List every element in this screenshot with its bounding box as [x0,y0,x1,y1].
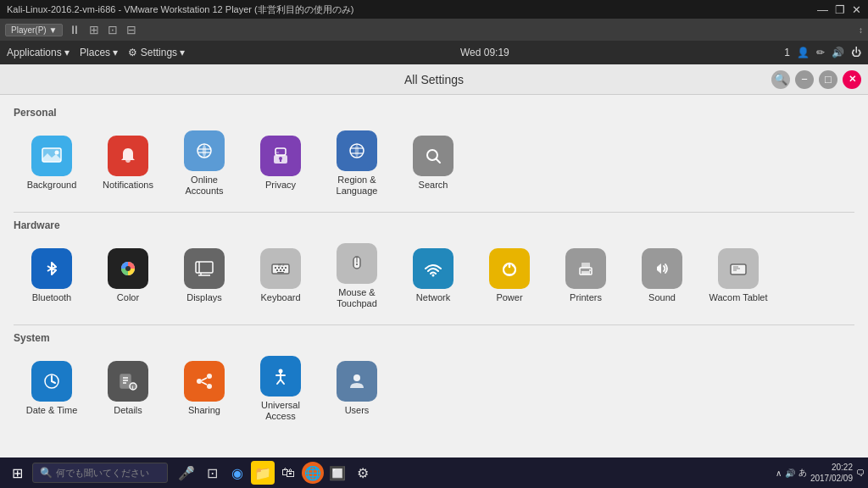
vm-icon-2[interactable]: ⊡ [105,23,120,36]
settings-search-button[interactable]: 🔍 [771,70,790,89]
sound-label: Sound [648,292,676,303]
online-accounts-item[interactable]: Online Accounts [166,125,242,202]
tray-chevron[interactable]: ∧ [776,469,782,478]
datetime-label: Date & Time [26,405,78,416]
printers-item[interactable]: Printers [548,238,624,314]
mouse-touchpad-item[interactable]: Mouse & Touchpad [319,238,395,314]
svg-point-57 [207,374,212,379]
svg-line-60 [202,378,207,380]
region-language-label: Region & Language [324,175,390,197]
minimize-button[interactable]: — [817,3,828,16]
settings-close-button[interactable]: ✕ [843,70,861,89]
bluetooth-item[interactable]: Bluetooth [14,238,90,314]
bluetooth-label: Bluetooth [32,292,71,303]
wacom-icon-box [718,248,759,289]
power-item[interactable]: Power [471,238,548,314]
taskbar-app2-icon[interactable]: ⚙ [351,461,375,485]
network-icon-box [413,248,453,289]
settings-menu[interactable]: ⚙ Settings ▾ [128,47,185,58]
volume-icon[interactable]: 🔊 [832,47,844,58]
privacy-icon [260,136,301,176]
details-item[interactable]: i Details [90,351,166,427]
users-item[interactable]: Users [319,351,395,427]
color-item[interactable]: Color [90,238,166,314]
notifications-icon [108,136,148,176]
pen-icon[interactable]: ✏ [816,47,825,58]
svg-point-36 [432,274,435,277]
main-content: Personal Background [0,95,868,458]
background-icon [31,136,72,176]
displays-item[interactable]: Displays [166,238,242,314]
users-icon[interactable]: 👤 [797,47,810,58]
vm-icon-3[interactable]: ⊟ [124,23,139,36]
pause-icon[interactable]: ⏸ [66,23,83,36]
svg-rect-9 [275,152,279,153]
displays-icon-box [184,248,225,289]
taskbar-search-placeholder: 何でも聞いてください [56,467,149,480]
sharing-icon-box [184,361,225,402]
player-menu-button[interactable]: Player(P) ▼ [5,24,63,36]
notifications-item[interactable]: Notifications [90,125,166,202]
restore-button[interactable]: ❐ [835,3,845,16]
settings-header: All Settings 🔍 − □ ✕ [0,64,868,95]
personal-grid: Background Notifications [14,125,854,202]
bluetooth-icon-box [31,248,72,289]
svg-rect-8 [280,159,281,162]
applications-menu[interactable]: Applications ▾ [7,47,70,58]
taskbar-search[interactable]: 🔍 何でも聞いてください [32,463,168,483]
tray-notification[interactable]: 🗨 [856,469,865,478]
start-button[interactable]: ⊞ [3,459,31,486]
tray-clock[interactable]: 20:22 2017/02/09 [810,462,853,484]
datetime-item[interactable]: Date & Time [14,351,90,427]
taskbar-folder-icon[interactable]: 📁 [251,461,275,485]
svg-point-67 [353,374,360,381]
tray-keyboard[interactable]: あ [798,467,807,479]
svg-rect-27 [285,267,287,269]
taskbar-mic-icon[interactable]: 🎤 [175,461,198,485]
taskbar: ⊞ 🔍 何でも聞いてください 🎤 ⊡ ◉ 📁 🛍 🌐 🔲 ⚙ ∧ 🔊 あ 20:… [0,458,868,488]
taskbar-chrome-icon[interactable]: 🌐 [302,462,324,484]
search-item[interactable]: Search [395,125,471,202]
background-item[interactable]: Background [14,125,90,202]
close-button[interactable]: ✕ [852,3,861,16]
clock-date: 2017/02/09 [810,473,853,484]
taskbar-edge-icon[interactable]: ◉ [225,461,249,485]
personal-section: Personal Background [14,107,854,202]
settings-max-button[interactable]: □ [819,70,837,89]
player-bar: Player(P) ▼ ⏸ ⊞ ⊡ ⊟ ↕ [0,19,868,41]
keyboard-item[interactable]: @ 2 Keyboard [242,238,319,314]
title-bar: Kali-Linux-2016.2-vm-i686 - VMware Works… [0,0,868,19]
workspace-indicator[interactable]: 1 [784,47,790,58]
svg-point-2 [55,151,59,155]
clock-display: Wed 09:19 [460,47,509,58]
clock-text: Wed 09:19 [460,47,509,58]
network-item[interactable]: Network [395,238,471,314]
printers-icon-box [565,248,606,289]
taskbar-app1-icon[interactable]: 🔲 [326,461,349,485]
sharing-item[interactable]: Sharing [166,351,242,427]
sound-item[interactable]: Sound [624,238,700,314]
gnome-menu-bar: Applications ▾ Places ▾ ⚙ Settings ▾ Wed… [0,41,868,64]
svg-line-61 [202,382,207,385]
universal-access-item[interactable]: Universal Access [242,351,319,427]
taskbar-windows-icon[interactable]: ⊡ [200,461,224,485]
window-title: Kali-Linux-2016.2-vm-i686 - VMware Works… [7,3,353,16]
power-icon[interactable]: ⏻ [851,47,861,58]
universal-access-label: Universal Access [248,400,314,422]
background-label: Background [27,180,77,191]
online-accounts-label: Online Accounts [171,175,237,197]
svg-rect-51 [120,374,131,388]
wacom-item[interactable]: Wacom Tablet [700,238,776,314]
settings-min-button[interactable]: − [795,70,814,89]
privacy-item[interactable]: Privacy [242,125,319,202]
svg-rect-43 [657,267,661,270]
fit-hint: ↕ [859,25,863,35]
taskbar-store-icon[interactable]: 🛍 [276,461,300,485]
places-menu[interactable]: Places ▾ [80,47,118,58]
search-label: Search [419,180,448,191]
vm-icon-1[interactable]: ⊞ [86,23,102,36]
tray-volume[interactable]: 🔊 [785,469,795,478]
region-language-item[interactable]: Region & Language [319,125,395,202]
search-icon [413,136,453,176]
svg-rect-31 [277,272,284,274]
